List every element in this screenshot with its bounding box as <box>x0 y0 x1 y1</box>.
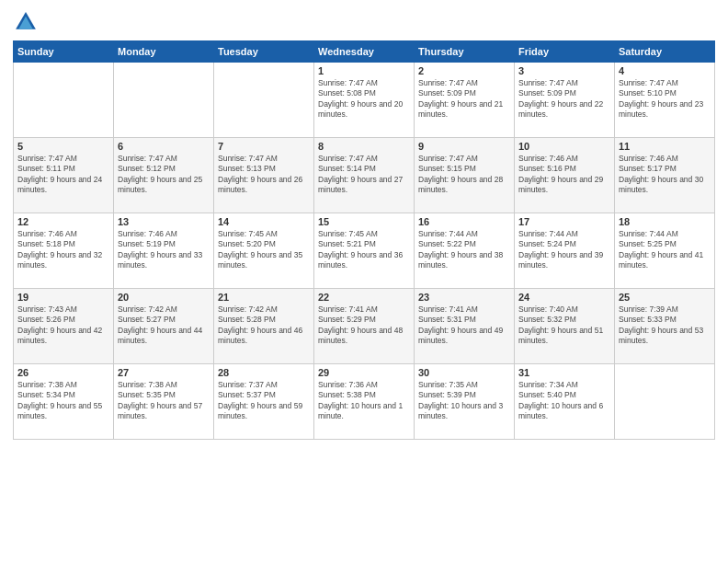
day-number: 11 <box>619 141 711 152</box>
calendar-cell <box>214 63 314 138</box>
calendar-cell: 7Sunrise: 7:47 AM Sunset: 5:13 PM Daylig… <box>214 138 314 213</box>
day-number: 27 <box>118 367 210 378</box>
calendar-cell: 3Sunrise: 7:47 AM Sunset: 5:09 PM Daylig… <box>515 63 615 138</box>
day-info: Sunrise: 7:47 AM Sunset: 5:09 PM Dayligh… <box>518 78 610 121</box>
page-header <box>13 9 715 35</box>
day-number: 9 <box>418 141 510 152</box>
calendar-cell: 27Sunrise: 7:38 AM Sunset: 5:35 PM Dayli… <box>114 364 214 440</box>
calendar-cell: 17Sunrise: 7:44 AM Sunset: 5:24 PM Dayli… <box>515 213 615 289</box>
day-info: Sunrise: 7:43 AM Sunset: 5:26 PM Dayligh… <box>17 304 109 347</box>
calendar-cell: 20Sunrise: 7:42 AM Sunset: 5:27 PM Dayli… <box>114 289 214 364</box>
day-number: 26 <box>17 367 109 378</box>
day-info: Sunrise: 7:42 AM Sunset: 5:27 PM Dayligh… <box>118 304 210 347</box>
day-info: Sunrise: 7:46 AM Sunset: 5:16 PM Dayligh… <box>518 154 610 196</box>
calendar-header-row: SundayMondayTuesdayWednesdayThursdayFrid… <box>14 41 715 63</box>
calendar-cell: 30Sunrise: 7:35 AM Sunset: 5:39 PM Dayli… <box>415 364 515 440</box>
calendar-cell: 29Sunrise: 7:36 AM Sunset: 5:38 PM Dayli… <box>314 364 415 440</box>
calendar-cell: 19Sunrise: 7:43 AM Sunset: 5:26 PM Dayli… <box>14 289 114 364</box>
day-info: Sunrise: 7:47 AM Sunset: 5:10 PM Dayligh… <box>619 78 711 121</box>
logo-icon <box>13 9 39 35</box>
day-number: 4 <box>619 65 711 76</box>
day-info: Sunrise: 7:40 AM Sunset: 5:32 PM Dayligh… <box>518 304 610 347</box>
day-number: 13 <box>118 216 210 227</box>
day-info: Sunrise: 7:42 AM Sunset: 5:28 PM Dayligh… <box>218 304 310 347</box>
day-number: 22 <box>318 292 410 303</box>
day-number: 24 <box>518 292 610 303</box>
day-info: Sunrise: 7:47 AM Sunset: 5:15 PM Dayligh… <box>418 154 510 196</box>
day-number: 16 <box>418 216 510 227</box>
day-number: 2 <box>418 65 510 76</box>
calendar-cell: 4Sunrise: 7:47 AM Sunset: 5:10 PM Daylig… <box>615 63 715 138</box>
calendar-cell: 22Sunrise: 7:41 AM Sunset: 5:29 PM Dayli… <box>314 289 415 364</box>
calendar: SundayMondayTuesdayWednesdayThursdayFrid… <box>13 40 715 440</box>
day-info: Sunrise: 7:47 AM Sunset: 5:08 PM Dayligh… <box>318 78 410 121</box>
header-saturday: Saturday <box>615 41 715 63</box>
day-number: 7 <box>218 141 310 152</box>
day-number: 20 <box>118 292 210 303</box>
calendar-cell: 2Sunrise: 7:47 AM Sunset: 5:09 PM Daylig… <box>415 63 515 138</box>
day-number: 3 <box>518 65 610 76</box>
calendar-cell: 6Sunrise: 7:47 AM Sunset: 5:12 PM Daylig… <box>114 138 214 213</box>
calendar-week-1: 1Sunrise: 7:47 AM Sunset: 5:08 PM Daylig… <box>14 63 715 138</box>
day-number: 19 <box>17 292 109 303</box>
day-info: Sunrise: 7:35 AM Sunset: 5:39 PM Dayligh… <box>418 380 510 422</box>
day-info: Sunrise: 7:44 AM Sunset: 5:22 PM Dayligh… <box>418 229 510 271</box>
day-number: 17 <box>518 216 610 227</box>
day-number: 28 <box>218 367 310 378</box>
day-number: 12 <box>17 216 109 227</box>
header-monday: Monday <box>114 41 214 63</box>
day-info: Sunrise: 7:47 AM Sunset: 5:14 PM Dayligh… <box>318 154 410 196</box>
calendar-week-4: 19Sunrise: 7:43 AM Sunset: 5:26 PM Dayli… <box>14 289 715 364</box>
day-number: 5 <box>17 141 109 152</box>
day-number: 30 <box>418 367 510 378</box>
day-info: Sunrise: 7:41 AM Sunset: 5:29 PM Dayligh… <box>318 304 410 347</box>
day-number: 25 <box>619 292 711 303</box>
calendar-cell: 25Sunrise: 7:39 AM Sunset: 5:33 PM Dayli… <box>615 289 715 364</box>
calendar-cell: 14Sunrise: 7:45 AM Sunset: 5:20 PM Dayli… <box>214 213 314 289</box>
calendar-cell <box>114 63 214 138</box>
day-number: 23 <box>418 292 510 303</box>
day-info: Sunrise: 7:47 AM Sunset: 5:13 PM Dayligh… <box>218 154 310 196</box>
day-number: 21 <box>218 292 310 303</box>
header-friday: Friday <box>515 41 615 63</box>
day-info: Sunrise: 7:45 AM Sunset: 5:21 PM Dayligh… <box>318 229 410 271</box>
day-number: 1 <box>318 65 410 76</box>
day-info: Sunrise: 7:47 AM Sunset: 5:09 PM Dayligh… <box>418 78 510 121</box>
day-info: Sunrise: 7:44 AM Sunset: 5:24 PM Dayligh… <box>518 229 610 271</box>
header-sunday: Sunday <box>14 41 114 63</box>
header-wednesday: Wednesday <box>314 41 415 63</box>
day-info: Sunrise: 7:47 AM Sunset: 5:11 PM Dayligh… <box>17 154 109 196</box>
day-info: Sunrise: 7:38 AM Sunset: 5:35 PM Dayligh… <box>118 380 210 422</box>
calendar-cell: 31Sunrise: 7:34 AM Sunset: 5:40 PM Dayli… <box>515 364 615 440</box>
calendar-cell: 1Sunrise: 7:47 AM Sunset: 5:08 PM Daylig… <box>314 63 415 138</box>
header-tuesday: Tuesday <box>214 41 314 63</box>
day-number: 31 <box>518 367 610 378</box>
calendar-week-3: 12Sunrise: 7:46 AM Sunset: 5:18 PM Dayli… <box>14 213 715 289</box>
day-info: Sunrise: 7:45 AM Sunset: 5:20 PM Dayligh… <box>218 229 310 271</box>
calendar-cell: 8Sunrise: 7:47 AM Sunset: 5:14 PM Daylig… <box>314 138 415 213</box>
day-info: Sunrise: 7:36 AM Sunset: 5:38 PM Dayligh… <box>318 380 410 422</box>
day-info: Sunrise: 7:39 AM Sunset: 5:33 PM Dayligh… <box>619 304 711 347</box>
calendar-cell: 9Sunrise: 7:47 AM Sunset: 5:15 PM Daylig… <box>415 138 515 213</box>
day-info: Sunrise: 7:34 AM Sunset: 5:40 PM Dayligh… <box>518 380 610 422</box>
calendar-cell: 15Sunrise: 7:45 AM Sunset: 5:21 PM Dayli… <box>314 213 415 289</box>
calendar-cell: 21Sunrise: 7:42 AM Sunset: 5:28 PM Dayli… <box>214 289 314 364</box>
day-info: Sunrise: 7:47 AM Sunset: 5:12 PM Dayligh… <box>118 154 210 196</box>
calendar-cell: 16Sunrise: 7:44 AM Sunset: 5:22 PM Dayli… <box>415 213 515 289</box>
calendar-cell: 18Sunrise: 7:44 AM Sunset: 5:25 PM Dayli… <box>615 213 715 289</box>
calendar-cell: 24Sunrise: 7:40 AM Sunset: 5:32 PM Dayli… <box>515 289 615 364</box>
day-info: Sunrise: 7:41 AM Sunset: 5:31 PM Dayligh… <box>418 304 510 347</box>
calendar-cell <box>615 364 715 440</box>
calendar-cell: 11Sunrise: 7:46 AM Sunset: 5:17 PM Dayli… <box>615 138 715 213</box>
calendar-cell <box>14 63 114 138</box>
calendar-cell: 10Sunrise: 7:46 AM Sunset: 5:16 PM Dayli… <box>515 138 615 213</box>
day-info: Sunrise: 7:46 AM Sunset: 5:17 PM Dayligh… <box>619 154 711 196</box>
day-info: Sunrise: 7:46 AM Sunset: 5:18 PM Dayligh… <box>17 229 109 271</box>
day-number: 10 <box>518 141 610 152</box>
calendar-week-2: 5Sunrise: 7:47 AM Sunset: 5:11 PM Daylig… <box>14 138 715 213</box>
day-number: 18 <box>619 216 711 227</box>
calendar-cell: 26Sunrise: 7:38 AM Sunset: 5:34 PM Dayli… <box>14 364 114 440</box>
day-number: 8 <box>318 141 410 152</box>
header-thursday: Thursday <box>415 41 515 63</box>
day-info: Sunrise: 7:37 AM Sunset: 5:37 PM Dayligh… <box>218 380 310 422</box>
